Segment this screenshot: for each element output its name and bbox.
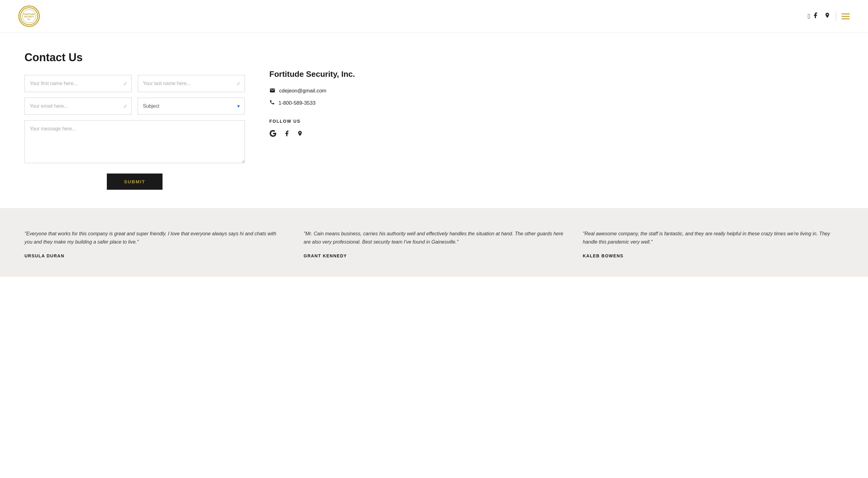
email-detail: cdejeon@gmail.com	[269, 88, 367, 94]
contact-form-section: Contact Us ✓ ✓ ✓ Subject General Inquiry	[25, 51, 245, 190]
facebook-icon[interactable]: 	[808, 12, 819, 21]
google-icon[interactable]	[269, 130, 277, 139]
phone-detail: 1-800-589-3533	[269, 99, 367, 106]
last-name-input[interactable]	[138, 75, 245, 92]
subject-select[interactable]: Subject General Inquiry Employment Suppo…	[138, 98, 245, 115]
testimonial-1-text: "Everyone that works for this company is…	[25, 229, 285, 246]
message-field	[25, 120, 245, 164]
subject-field: Subject General Inquiry Employment Suppo…	[138, 98, 245, 115]
last-name-check-icon: ✓	[237, 81, 241, 87]
testimonial-3-author: KALEB BOWENS	[583, 253, 843, 258]
name-row: ✓ ✓	[25, 75, 245, 92]
email-field: ✓	[25, 98, 132, 115]
location-social-icon[interactable]	[297, 130, 303, 139]
last-name-field: ✓	[138, 75, 245, 92]
testimonial-2-author: GRANT KENNEDY	[304, 253, 564, 258]
header-divider	[836, 12, 836, 21]
svg-text:INC.: INC.	[28, 19, 31, 20]
contact-title: Contact Us	[25, 51, 245, 64]
svg-text:SECURITY: SECURITY	[24, 15, 35, 18]
testimonial-2: "Mr. Cain means business, carries his au…	[304, 229, 564, 258]
submit-row: SUBMIT	[25, 173, 245, 190]
social-icons	[269, 130, 367, 139]
follow-us-label: FOLLOW US	[269, 119, 367, 124]
testimonial-1-author: URSULA DURAN	[25, 253, 285, 258]
hamburger-menu-icon[interactable]	[842, 13, 850, 19]
message-textarea[interactable]	[25, 120, 245, 163]
phone-icon	[269, 99, 275, 106]
testimonial-1: "Everyone that works for this company is…	[25, 229, 285, 258]
facebook-social-icon[interactable]	[283, 130, 290, 139]
first-name-check-icon: ✓	[123, 81, 127, 87]
contact-info-section: Fortitude Security, Inc. cdejeon@gmail.c…	[269, 51, 367, 190]
testimonials-section: "Everyone that works for this company is…	[0, 208, 868, 277]
first-name-field: ✓	[25, 75, 132, 92]
email-input[interactable]	[25, 98, 132, 115]
location-icon[interactable]	[824, 12, 830, 21]
svg-text:FORTITUDE: FORTITUDE	[23, 13, 35, 15]
main-content: Contact Us ✓ ✓ ✓ Subject General Inquiry	[0, 33, 429, 208]
email-check-icon: ✓	[123, 103, 127, 109]
email-value: cdejeon@gmail.com	[279, 88, 326, 94]
submit-button[interactable]: SUBMIT	[107, 173, 162, 190]
email-subject-row: ✓ Subject General Inquiry Employment Sup…	[25, 98, 245, 115]
header-nav: 	[808, 12, 850, 21]
phone-value: 1-800-589-3533	[279, 100, 315, 106]
testimonial-3-text: "Real awesome company, the staff is fant…	[583, 229, 843, 246]
first-name-input[interactable]	[25, 75, 132, 92]
company-name: Fortitude Security, Inc.	[269, 69, 367, 79]
logo[interactable]: FORTITUDE SECURITY INC.	[18, 5, 40, 27]
testimonial-3: "Real awesome company, the staff is fant…	[583, 229, 843, 258]
email-icon	[269, 88, 275, 94]
header: FORTITUDE SECURITY INC. 	[0, 0, 868, 33]
testimonial-2-text: "Mr. Cain means business, carries his au…	[304, 229, 564, 246]
